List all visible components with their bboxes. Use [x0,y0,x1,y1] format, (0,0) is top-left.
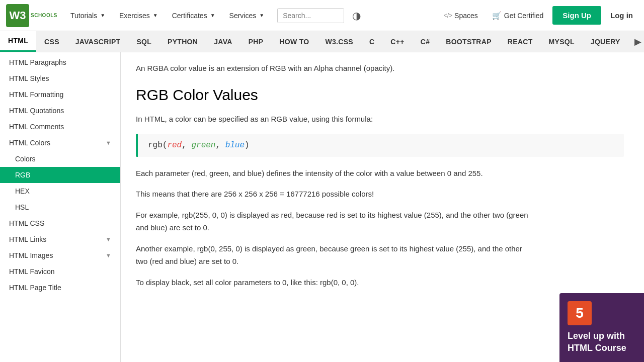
spaces-label: Spaces [454,12,478,20]
tutorials-label: Tutorials [70,12,97,20]
language-tab-bar: HTML CSS JAVASCRIPT SQL PYTHON JAVA PHP … [0,31,644,52]
tab-bootstrap[interactable]: BOOTSTRAP [438,31,500,52]
signup-button[interactable]: Sign Up [552,6,601,25]
page-title: RGB Color Values [136,86,624,104]
sidebar-item-rgb[interactable]: RGB [0,167,120,183]
get-certified-button[interactable]: 🛒 Get Certified [487,8,549,23]
certificates-menu[interactable]: Certificates ▼ [167,9,220,23]
exercises-menu[interactable]: Exercises ▼ [114,9,163,23]
tab-more-button[interactable]: ▶ [628,31,644,52]
tab-csharp[interactable]: C# [413,31,438,52]
sidebar-item-html-favicon[interactable]: HTML Favicon [0,263,120,280]
tab-w3css[interactable]: W3.CSS [317,31,361,52]
body-para4: For example, rgb(255, 0, 0) is displayed… [136,209,528,234]
tab-howto[interactable]: HOW TO [271,31,317,52]
top-nav: W3 SCHOOLS Tutorials ▼ Exercises ▼ Certi… [0,0,644,31]
cart-icon: 🛒 [492,11,502,20]
html5-badge: 5 [568,301,592,325]
tab-mysql[interactable]: MYSQL [541,31,583,52]
promo-card[interactable]: 5 Level up with HTML Course [559,293,644,362]
logo-school-text: SCHOOLS [31,13,57,18]
code-text: rgb(red, green, blue) [148,141,250,150]
search-wrap: 🔍 [277,8,344,23]
tab-html[interactable]: HTML [0,31,36,52]
tab-cpp[interactable]: C++ [382,31,412,52]
login-button[interactable]: Log in [605,8,638,23]
exercises-label: Exercises [119,12,150,20]
sidebar-item-html-paragraphs[interactable]: HTML Paragraphs [0,54,120,70]
exercises-caret: ▼ [153,13,158,18]
tab-jquery[interactable]: JQUERY [583,31,628,52]
body-para2: Each parameter (red, green, and blue) de… [136,167,528,180]
spaces-button[interactable]: </> Spaces [439,9,483,23]
search-input[interactable] [278,9,344,23]
services-caret: ▼ [259,13,264,18]
tab-java[interactable]: JAVA [206,31,240,52]
promo-text: Level up with HTML Course [568,330,636,354]
tab-sql[interactable]: SQL [128,31,159,52]
body-para5: Another example, rgb(0, 255, 0) is displ… [136,242,528,268]
tab-javascript[interactable]: JAVASCRIPT [67,31,129,52]
sidebar-item-html-formatting[interactable]: HTML Formatting [0,86,120,103]
intro-text: An RGBA color value is an extension of R… [136,62,624,74]
theme-toggle[interactable]: ◑ [348,8,365,24]
sidebar-item-html-page-title[interactable]: HTML Page Title [0,280,120,296]
services-menu[interactable]: Services ▼ [224,9,270,23]
sidebar-item-html-links[interactable]: HTML Links ▼ [0,231,120,247]
get-certified-label: Get Certified [504,12,544,20]
sidebar-item-html-images[interactable]: HTML Images ▼ [0,247,120,263]
sidebar: HTML Paragraphs HTML Styles HTML Formatt… [0,52,121,362]
body-para1: In HTML, a color can be specified as an … [136,113,528,126]
sidebar-item-hex[interactable]: HEX [0,183,120,199]
sidebar-item-html-styles[interactable]: HTML Styles [0,70,120,86]
content-area: An RGBA color value is an extension of R… [121,52,644,362]
html-images-chevron: ▼ [106,252,111,258]
services-label: Services [229,12,257,20]
html-links-chevron: ▼ [106,236,111,242]
sidebar-item-html-comments[interactable]: HTML Comments [0,119,120,135]
html-colors-chevron: ▼ [106,140,111,146]
certificates-caret: ▼ [210,13,215,18]
certificates-label: Certificates [172,12,207,20]
sidebar-item-html-colors[interactable]: HTML Colors ▼ [0,135,120,151]
sidebar-item-html-css[interactable]: HTML CSS [0,215,120,231]
logo-link[interactable]: W3 SCHOOLS [6,4,57,27]
sidebar-item-hsl[interactable]: HSL [0,199,120,215]
tutorials-menu[interactable]: Tutorials ▼ [65,9,110,23]
tab-react[interactable]: REACT [500,31,541,52]
body-para6: To display black, set all color paramete… [136,276,528,289]
tab-c[interactable]: C [361,31,382,52]
code-block: rgb(red, green, blue) [136,134,624,157]
body-para3: This means that there are 256 x 256 x 25… [136,188,528,201]
sidebar-item-html-quotations[interactable]: HTML Quotations [0,103,120,119]
main-layout: HTML Paragraphs HTML Styles HTML Formatt… [0,52,644,362]
logo-w3: W3 [6,4,29,27]
tab-css[interactable]: CSS [36,31,67,52]
sidebar-item-colors[interactable]: Colors [0,151,120,167]
tutorials-caret: ▼ [100,13,105,18]
tab-php[interactable]: PHP [240,31,272,52]
tab-python[interactable]: PYTHON [159,31,206,52]
